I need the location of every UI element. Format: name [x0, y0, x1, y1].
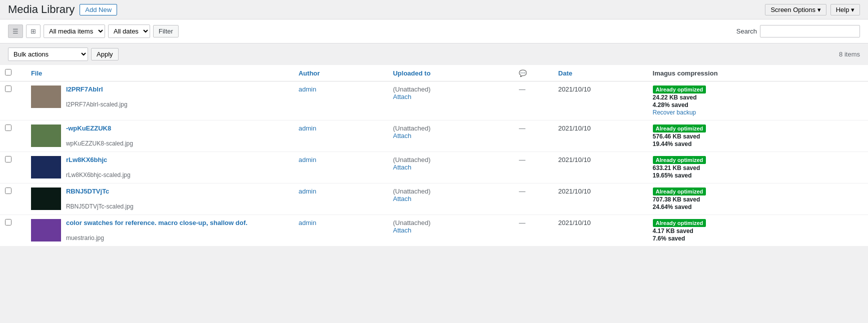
toolbar: ☰ ⊞ All media items All dates Filter Sea…: [0, 20, 868, 44]
saved-kb: 4.17 KB saved: [653, 228, 693, 234]
date-cell: 2021/10/10: [553, 184, 648, 215]
select-all-header: [0, 65, 26, 82]
saved-percent: 24.64% saved: [653, 204, 692, 210]
list-view-button[interactable]: ☰: [8, 24, 23, 38]
table-header-row: File Author Uploaded to 💬 Date Imagus co…: [0, 65, 868, 82]
top-bar: Media Library Add New Screen Options ▾ H…: [0, 0, 868, 20]
attach-link[interactable]: Attach: [393, 195, 509, 202]
comment-count: —: [514, 120, 553, 152]
saved-kb: 707.38 KB saved: [653, 196, 700, 203]
file-name-link[interactable]: color swatches for reference. macro clos…: [66, 219, 248, 226]
recover-backup-link[interactable]: Recover backup: [653, 109, 696, 116]
uploaded-to-status: (Unattached): [393, 188, 430, 195]
search-input[interactable]: [760, 25, 860, 38]
thumbnail: [31, 188, 61, 210]
bulk-actions-select[interactable]: Bulk actions: [8, 48, 88, 61]
top-bar-left: Media Library Add New: [8, 3, 117, 16]
filter-button[interactable]: Filter: [153, 25, 179, 38]
status-badge: Already optimized: [653, 156, 706, 164]
file-info: l2PRF7AblrIl2PRF7AblrI-scaled.jpg: [66, 86, 128, 108]
add-new-button[interactable]: Add New: [80, 4, 117, 16]
saved-percent: 4.28% saved: [653, 102, 688, 108]
file-name-link[interactable]: RBNJ5DTVjTc: [66, 188, 134, 195]
file-name-link[interactable]: l2PRF7AblrI: [66, 86, 128, 93]
uploaded-to-status: (Unattached): [393, 86, 430, 93]
imagus-cell: Already optimized633.21 KB saved19.65% s…: [648, 152, 868, 184]
uploaded-to-status: (Unattached): [393, 219, 430, 226]
thumbnail: [31, 156, 61, 178]
file-cell: color swatches for reference. macro clos…: [31, 219, 289, 242]
file-name-sub: RBNJ5DTVjTc-scaled.jpg: [66, 203, 134, 210]
file-name-link[interactable]: -wpKuEZZUK8: [66, 124, 133, 132]
table-row: -wpKuEZZUK8wpKuEZZUK8-scaled.jpgadmin(Un…: [0, 120, 868, 152]
author-column-header[interactable]: Author: [294, 65, 388, 82]
imagus-cell: Already optimized576.46 KB saved19.44% s…: [648, 120, 868, 152]
file-cell: rLw8KX6bhjcrLw8KX6bhjc-scaled.jpg: [31, 156, 289, 178]
row-checkbox[interactable]: [5, 219, 12, 226]
file-cell: RBNJ5DTVjTcRBNJ5DTVjTc-scaled.jpg: [31, 188, 289, 210]
saved-kb: 633.21 KB saved: [653, 164, 700, 172]
date-column-header[interactable]: Date: [553, 65, 648, 82]
author-link[interactable]: admin: [299, 156, 316, 164]
file-cell: l2PRF7AblrIl2PRF7AblrI-scaled.jpg: [31, 86, 289, 108]
imagus-cell: Already optimized707.38 KB saved24.64% s…: [648, 184, 868, 215]
comment-count: —: [514, 184, 553, 215]
status-badge: Already optimized: [653, 86, 706, 94]
comment-count: —: [514, 215, 553, 246]
attach-link[interactable]: Attach: [393, 93, 509, 100]
author-link[interactable]: admin: [299, 188, 316, 195]
date-cell: 2021/10/10: [553, 120, 648, 152]
comment-column-header: 💬: [514, 65, 553, 82]
table-row: rLw8KX6bhjcrLw8KX6bhjc-scaled.jpgadmin(U…: [0, 152, 868, 184]
file-name-sub: rLw8KX6bhjc-scaled.jpg: [66, 172, 131, 178]
media-table-wrap: File Author Uploaded to 💬 Date Imagus co…: [0, 65, 868, 246]
file-name-sub: l2PRF7AblrI-scaled.jpg: [66, 101, 128, 108]
file-cell: -wpKuEZZUK8wpKuEZZUK8-scaled.jpg: [31, 124, 289, 147]
date-cell: 2021/10/10: [553, 152, 648, 184]
status-badge: Already optimized: [653, 124, 706, 132]
media-filter-select[interactable]: All media items: [44, 24, 105, 38]
attach-link[interactable]: Attach: [393, 164, 509, 171]
comment-count: —: [514, 152, 553, 184]
attach-link[interactable]: Attach: [393, 226, 509, 234]
dates-filter-select[interactable]: All dates: [108, 24, 150, 38]
file-info: RBNJ5DTVjTcRBNJ5DTVjTc-scaled.jpg: [66, 188, 134, 210]
file-column-header[interactable]: File: [26, 65, 294, 82]
table-row: l2PRF7AblrIl2PRF7AblrI-scaled.jpgadmin(U…: [0, 82, 868, 120]
help-button[interactable]: Help ▾: [830, 4, 860, 16]
thumbnail: [31, 124, 61, 147]
file-info: rLw8KX6bhjcrLw8KX6bhjc-scaled.jpg: [66, 156, 131, 178]
search-area: Search: [736, 25, 860, 38]
file-name-link[interactable]: rLw8KX6bhjc: [66, 156, 131, 164]
bulk-left: Bulk actions Apply: [8, 48, 119, 61]
file-info: color swatches for reference. macro clos…: [66, 219, 248, 242]
attach-link[interactable]: Attach: [393, 132, 509, 140]
uploaded-to-column-header[interactable]: Uploaded to: [388, 65, 514, 82]
saved-percent: 19.65% saved: [653, 172, 692, 179]
media-table: File Author Uploaded to 💬 Date Imagus co…: [0, 65, 868, 246]
row-checkbox[interactable]: [5, 156, 12, 162]
author-link[interactable]: admin: [299, 86, 316, 93]
saved-kb: 576.46 KB saved: [653, 133, 700, 140]
author-link[interactable]: admin: [299, 124, 316, 132]
file-info: -wpKuEZZUK8wpKuEZZUK8-scaled.jpg: [66, 124, 133, 147]
apply-button[interactable]: Apply: [91, 48, 119, 60]
grid-view-button[interactable]: ⊞: [26, 24, 41, 38]
screen-options-button[interactable]: Screen Options ▾: [765, 4, 826, 16]
search-label: Search: [736, 28, 757, 35]
thumbnail: [31, 86, 61, 108]
row-checkbox[interactable]: [5, 124, 12, 131]
select-all-checkbox[interactable]: [5, 69, 12, 76]
thumbnail: [31, 219, 61, 242]
page-title: Media Library: [8, 3, 75, 16]
row-checkbox[interactable]: [5, 188, 12, 194]
saved-percent: 19.44% saved: [653, 140, 692, 148]
bulk-bar: Bulk actions Apply 8 items: [0, 44, 868, 65]
author-link[interactable]: admin: [299, 219, 316, 226]
uploaded-to-status: (Unattached): [393, 156, 430, 164]
row-checkbox[interactable]: [5, 86, 12, 92]
top-bar-right: Screen Options ▾ Help ▾: [765, 4, 860, 16]
saved-percent: 7.6% saved: [653, 235, 685, 242]
uploaded-to-status: (Unattached): [393, 124, 430, 132]
items-count: 8 items: [839, 50, 860, 58]
